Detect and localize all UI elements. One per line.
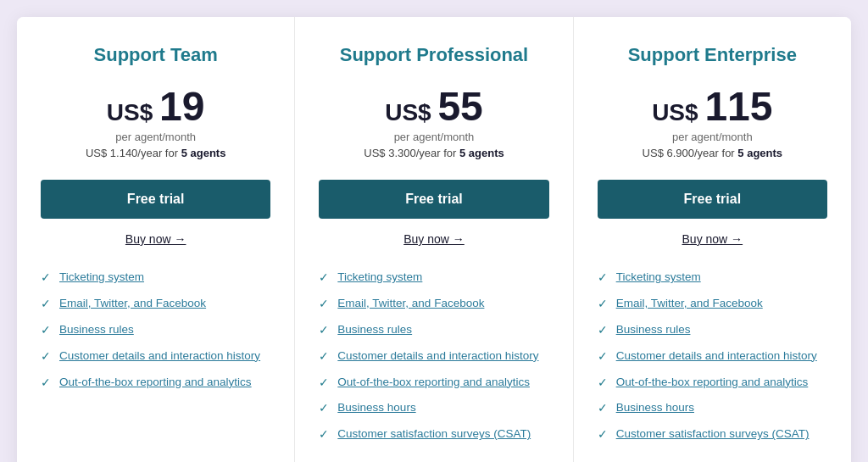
- yearly-price: US$ 3.300/year for 5 agents: [364, 147, 504, 159]
- feature-item: ✓Out-of-the-box reporting and analytics: [319, 375, 548, 391]
- feature-text: Ticketing system: [59, 270, 144, 286]
- feature-text: Customer satisfaction surveys (CSAT): [337, 426, 531, 443]
- buy-now-link[interactable]: Buy now →: [125, 232, 186, 246]
- plan-price: US$ 55: [385, 86, 483, 127]
- feature-text: Business rules: [616, 322, 691, 338]
- feature-text: Business rules: [59, 322, 134, 338]
- feature-item: ✓Ticketing system: [598, 270, 827, 286]
- plan-title: Support Enterprise: [628, 44, 797, 66]
- feature-text: Customer details and interaction history: [337, 348, 538, 365]
- feature-item: ✓Out-of-the-box reporting and analytics: [41, 375, 270, 391]
- checkmark-icon: ✓: [598, 349, 608, 363]
- feature-text: Customer details and interaction history: [616, 348, 817, 365]
- checkmark-icon: ✓: [598, 323, 608, 337]
- features-list: ✓Ticketing system✓Email, Twitter, and Fa…: [41, 270, 270, 400]
- plan-price: US$ 115: [652, 86, 772, 127]
- pricing-card-team: Support TeamUS$ 19per agent/monthUS$ 1.1…: [17, 17, 295, 462]
- feature-item: ✓Business rules: [598, 322, 827, 338]
- feature-text: Ticketing system: [337, 270, 422, 286]
- feature-item: ✓Customer satisfaction surveys (CSAT): [598, 426, 827, 443]
- checkmark-icon: ✓: [41, 349, 51, 363]
- feature-item: ✓Customer satisfaction surveys (CSAT): [319, 426, 548, 443]
- feature-text: Email, Twitter, and Facebook: [59, 296, 206, 312]
- feature-item: ✓Business rules: [319, 322, 548, 338]
- feature-item: ✓Out-of-the-box reporting and analytics: [598, 375, 827, 391]
- features-list: ✓Ticketing system✓Email, Twitter, and Fa…: [598, 270, 827, 453]
- feature-item: ✓Customer details and interaction histor…: [319, 348, 548, 365]
- free-trial-button[interactable]: Free trial: [41, 180, 270, 219]
- checkmark-icon: ✓: [598, 297, 608, 310]
- feature-text: Out-of-the-box reporting and analytics: [616, 375, 809, 391]
- buy-now-link[interactable]: Buy now →: [682, 232, 743, 246]
- feature-item: ✓Ticketing system: [319, 270, 548, 286]
- checkmark-icon: ✓: [319, 401, 329, 415]
- checkmark-icon: ✓: [319, 376, 329, 389]
- plan-title: Support Professional: [340, 44, 528, 66]
- checkmark-icon: ✓: [41, 270, 51, 284]
- feature-text: Email, Twitter, and Facebook: [337, 296, 484, 312]
- checkmark-icon: ✓: [598, 427, 608, 441]
- feature-item: ✓Customer details and interaction histor…: [598, 348, 827, 365]
- feature-item: ✓Business hours: [598, 400, 827, 416]
- pricing-card-professional: Support ProfessionalUS$ 55per agent/mont…: [295, 17, 573, 462]
- feature-text: Ticketing system: [616, 270, 701, 286]
- checkmark-icon: ✓: [598, 376, 608, 389]
- checkmark-icon: ✓: [319, 349, 329, 363]
- checkmark-icon: ✓: [598, 270, 608, 284]
- feature-text: Customer details and interaction history: [59, 348, 260, 365]
- checkmark-icon: ✓: [41, 323, 51, 337]
- feature-text: Out-of-the-box reporting and analytics: [59, 375, 252, 391]
- feature-text: Email, Twitter, and Facebook: [616, 296, 763, 312]
- plan-title: Support Team: [94, 44, 218, 66]
- features-list: ✓Ticketing system✓Email, Twitter, and Fa…: [319, 270, 548, 453]
- checkmark-icon: ✓: [319, 297, 329, 310]
- feature-item: ✓Email, Twitter, and Facebook: [41, 296, 270, 312]
- checkmark-icon: ✓: [319, 323, 329, 337]
- pricing-container: Support TeamUS$ 19per agent/monthUS$ 1.1…: [17, 17, 851, 462]
- feature-text: Business hours: [616, 400, 694, 416]
- feature-text: Customer satisfaction surveys (CSAT): [616, 426, 810, 443]
- buy-now-link[interactable]: Buy now →: [403, 232, 465, 246]
- feature-item: ✓Email, Twitter, and Facebook: [598, 296, 827, 312]
- feature-item: ✓Email, Twitter, and Facebook: [319, 296, 548, 312]
- feature-text: Business rules: [337, 322, 412, 338]
- feature-item: ✓Business rules: [41, 322, 270, 338]
- checkmark-icon: ✓: [319, 427, 329, 441]
- checkmark-icon: ✓: [319, 270, 329, 284]
- feature-text: Business hours: [337, 400, 415, 416]
- checkmark-icon: ✓: [41, 297, 51, 310]
- free-trial-button[interactable]: Free trial: [319, 180, 548, 219]
- checkmark-icon: ✓: [41, 376, 51, 389]
- free-trial-button[interactable]: Free trial: [598, 180, 827, 219]
- checkmark-icon: ✓: [598, 401, 608, 415]
- per-agent-label: per agent/month: [672, 131, 753, 143]
- feature-item: ✓Business hours: [319, 400, 548, 416]
- yearly-price: US$ 1.140/year for 5 agents: [86, 147, 225, 159]
- feature-text: Out-of-the-box reporting and analytics: [337, 375, 530, 391]
- feature-item: ✓Customer details and interaction histor…: [41, 348, 270, 365]
- plan-price: US$ 19: [107, 86, 205, 127]
- feature-item: ✓Ticketing system: [41, 270, 270, 286]
- per-agent-label: per agent/month: [115, 131, 196, 143]
- per-agent-label: per agent/month: [394, 131, 475, 143]
- yearly-price: US$ 6.900/year for 5 agents: [643, 147, 782, 159]
- pricing-card-enterprise: Support EnterpriseUS$ 115per agent/month…: [574, 17, 851, 462]
